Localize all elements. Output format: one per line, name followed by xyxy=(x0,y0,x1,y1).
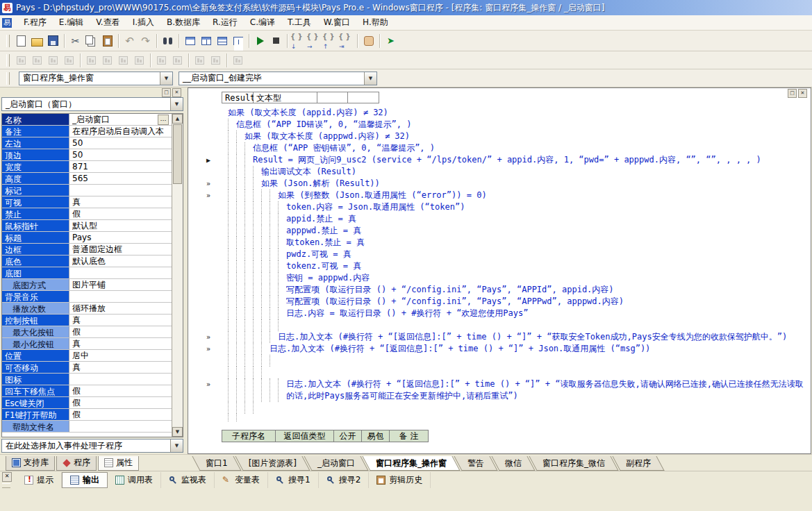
code-gutter-mark[interactable] xyxy=(189,319,213,331)
run-to-cursor-icon[interactable] xyxy=(338,33,354,49)
menu-item[interactable]: F.程序 xyxy=(17,15,53,31)
same-width-icon[interactable] xyxy=(115,52,131,68)
property-row[interactable]: 帮助文件名 xyxy=(2,421,172,433)
property-row[interactable]: 禁止假 xyxy=(2,208,172,220)
menu-item[interactable]: H.帮助 xyxy=(356,15,395,31)
copy-icon[interactable] xyxy=(83,33,99,49)
step-out-icon[interactable] xyxy=(322,33,338,49)
code-line[interactable]: 密钥 = apppwd.内容 xyxy=(189,272,810,284)
menu-item[interactable]: B.数据库 xyxy=(160,15,206,31)
code-gutter-mark[interactable] xyxy=(189,414,213,421)
property-row[interactable]: 名称_启动窗口… xyxy=(2,114,172,126)
property-row[interactable]: 最大化按钮假 xyxy=(2,326,172,338)
code-gutter-mark[interactable] xyxy=(189,166,213,178)
run-icon[interactable] xyxy=(252,33,268,49)
document-tab[interactable]: 窗口程序集_微信 xyxy=(533,456,615,471)
property-row[interactable]: 可视真 xyxy=(2,196,172,208)
output-tab[interactable]: 监视表 xyxy=(161,472,215,488)
property-row[interactable]: 鼠标指针默认型 xyxy=(2,220,172,232)
pane-restore-icon[interactable]: □ xyxy=(788,89,797,98)
panel-grip[interactable] xyxy=(2,483,10,488)
align-left-icon[interactable] xyxy=(13,52,29,68)
toolbar-grip[interactable] xyxy=(6,35,10,47)
code-gutter-mark[interactable] xyxy=(189,402,213,414)
toolbar-grip[interactable] xyxy=(6,54,10,67)
toolbar-grip[interactable] xyxy=(6,72,10,85)
step-over-icon[interactable] xyxy=(306,33,322,49)
align-top-icon[interactable] xyxy=(61,52,77,68)
property-row[interactable]: 底图 xyxy=(2,267,172,279)
align-middle-icon[interactable] xyxy=(83,52,99,68)
property-value[interactable]: 假 xyxy=(69,208,172,219)
pause-icon[interactable] xyxy=(361,33,376,49)
code-line[interactable] xyxy=(189,414,810,421)
align-center-icon[interactable] xyxy=(29,52,45,68)
code-gutter-mark[interactable] xyxy=(189,272,213,284)
chevron-down-icon[interactable]: ▼ xyxy=(170,98,183,110)
property-value[interactable]: 普通固定边框 xyxy=(69,244,172,255)
panel-close-icon[interactable]: ✕ xyxy=(2,472,12,482)
same-height-icon[interactable] xyxy=(131,52,147,68)
property-value[interactable]: 真 xyxy=(69,196,172,208)
property-value[interactable]: 50 xyxy=(69,149,172,160)
property-value[interactable]: 真 xyxy=(69,362,172,373)
property-row[interactable]: 最小化按钮真 xyxy=(2,338,172,350)
property-row[interactable]: 边框普通固定边框 xyxy=(2,244,172,255)
menu-item[interactable]: C.编译 xyxy=(244,15,281,31)
code-gutter-mark[interactable] xyxy=(189,260,213,272)
step-into-icon[interactable] xyxy=(290,33,306,49)
split-view-icon[interactable] xyxy=(198,33,214,49)
pane-restore-icon[interactable]: □ xyxy=(162,88,171,97)
event-combobox[interactable]: __启动窗口_创建完毕 ▼ xyxy=(179,72,377,85)
code-line[interactable] xyxy=(189,367,810,378)
form-view-icon[interactable] xyxy=(182,33,198,49)
property-value[interactable] xyxy=(69,374,172,385)
document-tab[interactable]: _启动窗口 xyxy=(308,456,365,471)
property-value[interactable]: 565 xyxy=(69,173,172,184)
object-combobox[interactable]: _启动窗口（窗口） ▼ xyxy=(1,97,183,111)
event-picker-combobox[interactable]: 在此处选择加入事件处理子程序 ▼ xyxy=(1,439,183,453)
document-tab[interactable]: 副程序 xyxy=(616,456,661,471)
same-size-icon[interactable] xyxy=(154,52,169,68)
subroutine-header-row[interactable]: 子程序名返回值类型公开易包备 注 xyxy=(222,430,429,442)
code-gutter-mark[interactable] xyxy=(189,284,213,296)
code-gutter-mark[interactable] xyxy=(189,237,213,249)
property-row[interactable]: 底图方式图片平铺 xyxy=(2,279,172,291)
code-line[interactable]: »如果 (Json.解析 (Result)) xyxy=(189,178,810,190)
find-icon[interactable] xyxy=(160,33,176,49)
property-value[interactable]: Pays xyxy=(69,232,172,243)
document-tab[interactable]: 警告 xyxy=(458,456,494,471)
document-tab[interactable]: 微信 xyxy=(495,456,531,471)
redo-icon[interactable] xyxy=(138,33,154,49)
code-gutter-mark[interactable]: » xyxy=(189,378,213,402)
output-tab[interactable]: 变量表 xyxy=(215,472,268,488)
property-row[interactable]: 位置居中 xyxy=(2,350,172,362)
code-gutter-mark[interactable] xyxy=(189,308,213,319)
code-line[interactable]: »如果 (到整数 (Json.取通用属性 (“error”)) = 0) xyxy=(189,190,810,201)
code-gutter-mark[interactable] xyxy=(189,107,213,119)
code-line[interactable]: 如果 (取文本长度 (apppwd.内容) ≠ 32) xyxy=(189,131,810,142)
stop-icon[interactable] xyxy=(268,33,284,49)
property-row[interactable]: 控制按钮真 xyxy=(2,315,172,326)
variable-table-cell[interactable]: 文本型 xyxy=(254,92,317,103)
code-line[interactable]: 信息框 (“APP ID错误”, 0, “温馨提示”, ) xyxy=(189,119,810,131)
property-row[interactable]: 顶边50 xyxy=(2,149,172,161)
subroutine-header-cell[interactable]: 子程序名 xyxy=(222,430,276,442)
align-bottom-icon[interactable] xyxy=(99,52,115,68)
property-value[interactable]: 50 xyxy=(69,137,172,149)
workspace-tab[interactable]: 程序 xyxy=(56,456,97,471)
code-area[interactable]: 如果 (取文本长度 (appid.内容) ≠ 32)信息框 (“APP ID错误… xyxy=(189,107,810,421)
output-tab[interactable]: 搜寻2 xyxy=(319,472,370,488)
property-value[interactable]: 假 xyxy=(69,326,172,337)
code-line[interactable]: apppwd.禁止 = 真 xyxy=(189,225,810,237)
undo-icon[interactable] xyxy=(122,33,138,49)
property-row[interactable]: 可否移动真 xyxy=(2,362,172,374)
property-value[interactable] xyxy=(69,267,172,278)
new-file-icon[interactable] xyxy=(13,33,29,49)
code-line[interactable]: »日志.加入文本 (#换行符 + “[返回信息]:[” + time () + … xyxy=(189,378,810,402)
pane-close-icon[interactable]: ✕ xyxy=(798,89,807,98)
menu-item[interactable]: V.查看 xyxy=(90,15,126,31)
code-gutter-mark[interactable] xyxy=(189,119,213,131)
property-row[interactable]: 标题Pays xyxy=(2,232,172,244)
code-gutter-mark[interactable]: » xyxy=(189,178,213,190)
